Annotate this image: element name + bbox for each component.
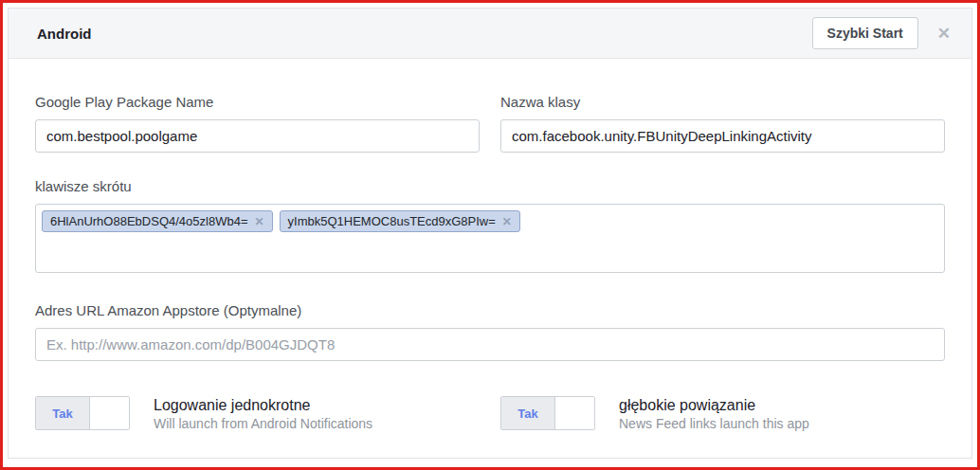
single-sign-on-title: Logowanie jednokrotne [154, 396, 372, 415]
row-package-class: Google Play Package Name Nazwa klasy [35, 94, 945, 153]
toggle-row: Tak Logowanie jednokrotne Will launch fr… [35, 396, 945, 433]
toggle-on-segment[interactable]: Tak [501, 397, 555, 429]
single-sign-on-labels: Logowanie jednokrotne Will launch from A… [154, 396, 372, 433]
single-sign-on-group: Tak Logowanie jednokrotne Will launch fr… [35, 396, 480, 433]
panel-body: Google Play Package Name Nazwa klasy kla… [9, 59, 971, 458]
token-remove-icon[interactable]: ✕ [502, 216, 512, 227]
token-remove-icon[interactable]: ✕ [254, 216, 263, 227]
deep-linking-subtitle: News Feed links launch this app [619, 415, 809, 433]
android-settings-screenshot: Android Szybki Start ✕ Google Play Packa… [0, 0, 980, 470]
panel-title: Android [37, 26, 92, 42]
close-icon[interactable]: ✕ [937, 26, 951, 42]
package-name-input[interactable] [35, 119, 480, 153]
deep-linking-title: głębokie powiązanie [619, 396, 809, 415]
deep-linking-toggle[interactable]: Tak [500, 396, 595, 430]
key-hashes-section: klawisze skrótu 6HlAnUrhO88EbDSQ4/4o5zl8… [35, 178, 945, 273]
key-hashes-label: klawisze skrótu [35, 178, 945, 195]
single-sign-on-toggle[interactable]: Tak [35, 396, 130, 430]
key-hash-token-text: 6HlAnUrhO88EbDSQ4/4o5zl8Wb4= [50, 214, 247, 228]
panel-header: Android Szybki Start ✕ [9, 9, 971, 59]
amazon-url-section: Adres URL Amazon Appstore (Optymalne) [35, 302, 945, 361]
toggle-on-segment[interactable]: Tak [36, 397, 90, 429]
key-hash-token-text: yImbk5Q1HEMOC8usTEcd9xG8PIw= [288, 214, 496, 228]
key-hash-token: 6HlAnUrhO88EbDSQ4/4o5zl8Wb4= ✕ [42, 210, 273, 232]
toggle-off-segment[interactable] [555, 397, 594, 429]
key-hashes-input[interactable]: 6HlAnUrhO88EbDSQ4/4o5zl8Wb4= ✕ yImbk5Q1H… [35, 204, 945, 273]
amazon-url-input[interactable] [35, 328, 945, 361]
quick-start-button[interactable]: Szybki Start [812, 17, 918, 49]
class-name-label: Nazwa klasy [500, 94, 945, 111]
toggle-off-segment[interactable] [90, 397, 129, 429]
single-sign-on-subtitle: Will launch from Android Notifications [154, 415, 372, 433]
package-name-label: Google Play Package Name [35, 94, 480, 111]
package-name-field-group: Google Play Package Name [35, 94, 480, 153]
class-name-field-group: Nazwa klasy [500, 94, 945, 153]
class-name-input[interactable] [500, 119, 945, 153]
deep-linking-group: Tak głębokie powiązanie News Feed links … [500, 396, 945, 433]
key-hash-token: yImbk5Q1HEMOC8usTEcd9xG8PIw= ✕ [280, 210, 520, 232]
android-settings-panel: Android Szybki Start ✕ Google Play Packa… [8, 8, 972, 459]
deep-linking-labels: głębokie powiązanie News Feed links laun… [619, 396, 809, 433]
amazon-url-label: Adres URL Amazon Appstore (Optymalne) [35, 302, 945, 319]
